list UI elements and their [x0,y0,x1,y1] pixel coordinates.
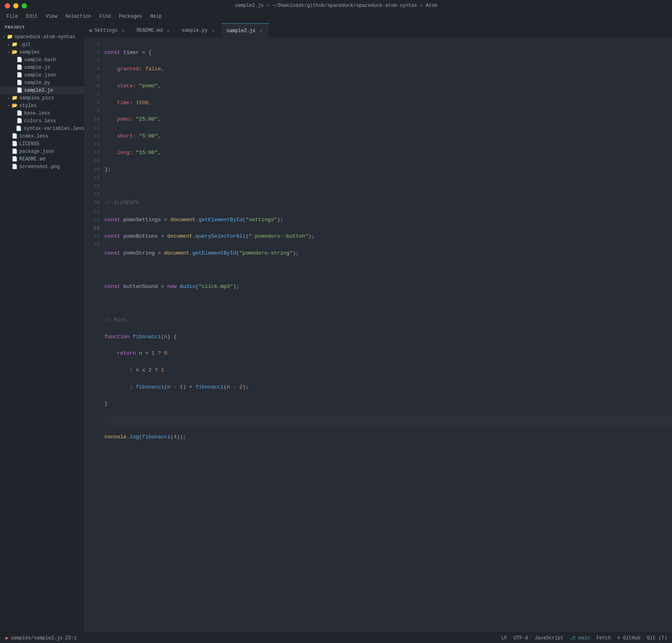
sidebar-item-root-label: spaceduck-atom-syntax [14,34,75,40]
sidebar-item-package-json[interactable]: 📄 package.json [0,148,84,155]
file-icon-screenshot: 📄 [11,164,18,170]
line-num-21: 21 [84,207,100,216]
tab-sample-py[interactable]: sample.py ✕ [177,23,222,38]
code-line-16 [104,300,672,308]
sidebar-item-samples-pics[interactable]: ▸ 📁 samples_pics [0,94,84,102]
file-icon-sample-js: 📄 [16,64,23,70]
code-line-11: const pomoSettings = document.getElement… [104,216,672,224]
status-charset[interactable]: UTF-8 [514,635,528,641]
line-num-16: 16 [84,166,100,174]
status-fetch[interactable]: Fetch [596,635,611,641]
sidebar-item-index-less[interactable]: 📄 index.less [0,132,84,140]
code-editor[interactable]: 1 2 3 4 5 6 7 8 9 10 11 12 13 14 15 16 1… [84,38,672,633]
sidebar-item-git[interactable]: ▸ 📁 .git [0,41,84,48]
code-line-10: // ELEMENTS [104,199,672,207]
code-line-20: : n ≤ 2 ? 1 [104,366,672,375]
code-line-19: return n < 1 ? 0 [104,349,672,358]
line-num-19: 19 [84,191,100,199]
line-num-22: 22 [84,216,100,224]
line-num-12: 12 [84,132,100,141]
menu-selection[interactable]: Selection [62,13,94,20]
sidebar-item-sample-bash[interactable]: 📄 sample.bash [0,56,84,64]
sidebar-item-readme-label: README.md [19,156,45,162]
code-line-3: state: "pomo", [104,82,672,90]
close-button[interactable] [5,3,10,8]
folder-icon-samples-pics: 📁 [11,95,18,101]
status-git-status[interactable]: Git (7) [647,635,667,641]
code-line-15: const buttonSound = new Audio("click.mp3… [104,283,672,291]
tab-sample2-js-label: sample2.js [226,28,255,34]
sidebar-item-colors-less-label: colors.less [24,118,56,124]
sidebar-item-sample-json[interactable]: 📄 sample.json [0,71,84,79]
line-num-8: 8 [84,99,100,107]
line-num-15: 15 [84,157,100,166]
file-icon-sample-bash: 📄 [16,57,23,63]
sidebar-item-base-less[interactable]: 📄 base.less [0,109,84,117]
arrow-git: ▸ [6,42,11,47]
status-bar: ● samples/sample2.js 23:1 LF UTF-8 JavaS… [0,633,672,643]
tab-settings[interactable]: ⚙ Settings ✕ [84,23,132,38]
tab-readme-close[interactable]: ✕ [165,27,172,34]
maximize-button[interactable] [22,3,27,8]
tab-readme-label: README.md [137,28,163,33]
sidebar-item-samples[interactable]: ▾ 📂 samples [0,48,84,56]
sidebar-item-sample2-js[interactable]: 📄 sample2.js [0,86,84,94]
menu-edit[interactable]: Edit [23,13,41,20]
status-language[interactable]: JavaScript [535,635,563,641]
file-icon-license: 📄 [11,141,18,147]
code-line-21: : fibonacci(n - 1) + fibonacci(n - 2); [104,383,672,392]
code-line-5: pomo: "25:00", [104,115,672,124]
file-icon-sample-py: 📄 [16,80,23,86]
sidebar-item-license[interactable]: 📄 LICENSE [0,140,84,148]
tab-settings-close[interactable]: ✕ [120,27,127,34]
sidebar-item-index-less-label: index.less [19,134,48,139]
line-num-9: 9 [84,107,100,115]
file-icon-package-json: 📄 [11,148,18,154]
tab-sample2-js[interactable]: sample2.js ✕ [221,23,269,38]
folder-icon-git: 📁 [11,41,18,47]
menu-packages[interactable]: Packages [116,13,145,20]
sidebar-item-sample-js[interactable]: 📄 sample.js [0,64,84,71]
sidebar-item-sample2-js-label: sample2.js [24,88,53,93]
sidebar-item-sample-py[interactable]: 📄 sample.py [0,79,84,86]
code-line-13: const pomoString = document.getElementBy… [104,249,672,258]
sidebar: Project ▾ 📁 spaceduck-atom-syntax ▸ 📁 .g… [0,22,84,633]
line-num-10: 10 [84,115,100,124]
code-line-18: function fibonacci(n) { [104,333,672,341]
folder-icon-styles: 📂 [11,103,18,109]
sidebar-item-base-less-label: base.less [24,111,50,116]
code-line-22: } [104,400,672,408]
code-content[interactable]: const timer = { granted: false, state: "… [104,39,672,633]
tab-sample-py-close[interactable]: ✕ [210,27,216,34]
status-git-branch[interactable]: ⎇ main [570,635,590,641]
tab-settings-label: Settings [94,28,118,33]
sidebar-item-readme[interactable]: 📄 README.md [0,155,84,163]
sidebar-item-syntax-vars[interactable]: 📄 syntax-variables.less [0,125,84,132]
code-line-17: // Misc. [104,316,672,325]
tab-readme[interactable]: README.md ✕ [132,23,177,38]
window-controls [5,3,27,8]
file-icon-base-less: 📄 [16,110,23,116]
code-line-4: time: 1500, [104,99,672,107]
file-icon-syntax-vars: 📄 [16,125,22,131]
line-num-11: 11 [84,124,100,132]
sidebar-item-root[interactable]: ▾ 📁 spaceduck-atom-syntax [0,33,84,41]
sidebar-item-screenshot[interactable]: 📄 screenshot.png [0,163,84,171]
line-num-24: 24 [84,232,100,241]
sidebar-item-styles[interactable]: ▾ 📂 styles [0,102,84,109]
menu-help[interactable]: Help [147,13,165,20]
tab-sample2-js-close[interactable]: ✕ [258,28,264,34]
code-line-2: granted: false, [104,65,672,74]
sidebar-item-colors-less[interactable]: 📄 colors.less [0,117,84,125]
minimize-button[interactable] [13,3,18,8]
status-github[interactable]: ⊙ GitHub [617,635,641,641]
sidebar-item-samples-label: samples [19,49,39,55]
menu-find[interactable]: Find [96,13,114,20]
settings-icon: ⚙ [89,28,92,34]
file-icon-readme: 📄 [11,156,18,162]
code-line-8: }; [104,166,672,174]
status-line-ending[interactable]: LF [501,635,507,641]
menu-file[interactable]: File [3,13,21,20]
menu-view[interactable]: View [43,13,61,20]
line-num-1: 1 [84,40,100,49]
